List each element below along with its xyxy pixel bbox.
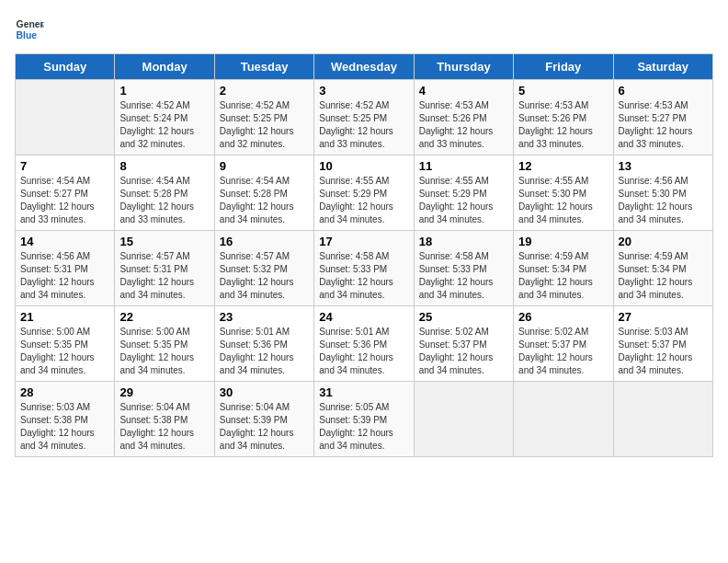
week-row-5: 28Sunrise: 5:03 AM Sunset: 5:38 PM Dayli… (16, 382, 713, 457)
header-day-tuesday: Tuesday (214, 54, 313, 80)
calendar-cell: 10Sunrise: 4:55 AM Sunset: 5:29 PM Dayli… (314, 155, 414, 231)
day-info: Sunrise: 5:05 AM Sunset: 5:39 PM Dayligh… (319, 401, 408, 453)
calendar-cell: 15Sunrise: 4:57 AM Sunset: 5:31 PM Dayli… (115, 231, 214, 306)
calendar-table: SundayMondayTuesdayWednesdayThursdayFrid… (15, 53, 713, 457)
calendar-cell: 21Sunrise: 5:00 AM Sunset: 5:35 PM Dayli… (16, 306, 115, 382)
day-info: Sunrise: 5:02 AM Sunset: 5:37 PM Dayligh… (518, 326, 608, 377)
calendar-cell: 26Sunrise: 5:02 AM Sunset: 5:37 PM Dayli… (514, 306, 613, 382)
week-row-3: 14Sunrise: 4:56 AM Sunset: 5:31 PM Dayli… (16, 231, 713, 306)
header-day-thursday: Thursday (414, 54, 513, 80)
day-info: Sunrise: 5:04 AM Sunset: 5:39 PM Dayligh… (220, 401, 309, 453)
calendar-cell: 4Sunrise: 4:53 AM Sunset: 5:26 PM Daylig… (414, 80, 513, 155)
calendar-cell: 12Sunrise: 4:55 AM Sunset: 5:30 PM Dayli… (514, 155, 613, 231)
day-number: 19 (518, 235, 608, 248)
day-info: Sunrise: 4:53 AM Sunset: 5:26 PM Dayligh… (518, 99, 608, 151)
day-info: Sunrise: 4:58 AM Sunset: 5:33 PM Dayligh… (319, 250, 408, 302)
day-info: Sunrise: 4:54 AM Sunset: 5:28 PM Dayligh… (119, 175, 209, 226)
day-info: Sunrise: 5:01 AM Sunset: 5:36 PM Dayligh… (319, 326, 408, 377)
day-number: 15 (119, 235, 209, 248)
calendar-cell: 20Sunrise: 4:59 AM Sunset: 5:34 PM Dayli… (613, 231, 712, 306)
calendar-cell: 29Sunrise: 5:04 AM Sunset: 5:38 PM Dayli… (115, 382, 214, 457)
day-number: 7 (20, 159, 109, 173)
week-row-2: 7Sunrise: 4:54 AM Sunset: 5:27 PM Daylig… (16, 155, 713, 231)
day-info: Sunrise: 4:59 AM Sunset: 5:34 PM Dayligh… (619, 250, 708, 302)
day-number: 26 (518, 310, 608, 324)
day-number: 14 (20, 235, 109, 248)
day-info: Sunrise: 4:55 AM Sunset: 5:29 PM Dayligh… (319, 175, 408, 226)
day-number: 23 (220, 310, 309, 324)
calendar-cell (16, 80, 115, 155)
day-number: 21 (20, 310, 109, 324)
day-info: Sunrise: 5:01 AM Sunset: 5:36 PM Dayligh… (220, 326, 309, 377)
header-day-wednesday: Wednesday (314, 54, 414, 80)
calendar-cell: 28Sunrise: 5:03 AM Sunset: 5:38 PM Dayli… (16, 382, 115, 457)
calendar-cell: 2Sunrise: 4:52 AM Sunset: 5:25 PM Daylig… (214, 80, 313, 155)
calendar-cell: 16Sunrise: 4:57 AM Sunset: 5:32 PM Dayli… (214, 231, 313, 306)
calendar-cell: 7Sunrise: 4:54 AM Sunset: 5:27 PM Daylig… (16, 155, 115, 231)
day-info: Sunrise: 4:57 AM Sunset: 5:32 PM Dayligh… (220, 250, 309, 302)
day-number: 3 (319, 84, 408, 98)
day-number: 27 (619, 310, 708, 324)
calendar-body: 1Sunrise: 4:52 AM Sunset: 5:24 PM Daylig… (16, 80, 713, 457)
calendar-cell: 30Sunrise: 5:04 AM Sunset: 5:39 PM Dayli… (214, 382, 313, 457)
calendar-cell: 31Sunrise: 5:05 AM Sunset: 5:39 PM Dayli… (314, 382, 414, 457)
day-number: 13 (619, 159, 708, 173)
day-number: 22 (119, 310, 209, 324)
day-info: Sunrise: 4:55 AM Sunset: 5:29 PM Dayligh… (419, 175, 508, 226)
day-number: 31 (319, 385, 408, 399)
day-number: 16 (220, 235, 309, 248)
day-info: Sunrise: 4:52 AM Sunset: 5:25 PM Dayligh… (319, 99, 408, 151)
header-day-monday: Monday (115, 54, 214, 80)
calendar-cell: 13Sunrise: 4:56 AM Sunset: 5:30 PM Dayli… (613, 155, 712, 231)
calendar-cell: 5Sunrise: 4:53 AM Sunset: 5:26 PM Daylig… (514, 80, 613, 155)
calendar-cell: 3Sunrise: 4:52 AM Sunset: 5:25 PM Daylig… (314, 80, 414, 155)
svg-text:Blue: Blue (17, 30, 38, 40)
day-info: Sunrise: 5:03 AM Sunset: 5:37 PM Dayligh… (619, 326, 708, 377)
day-info: Sunrise: 4:54 AM Sunset: 5:27 PM Dayligh… (20, 175, 109, 226)
day-info: Sunrise: 4:55 AM Sunset: 5:30 PM Dayligh… (518, 175, 608, 226)
calendar-cell: 11Sunrise: 4:55 AM Sunset: 5:29 PM Dayli… (414, 155, 513, 231)
svg-text:General: General (17, 19, 44, 29)
calendar-cell: 19Sunrise: 4:59 AM Sunset: 5:34 PM Dayli… (514, 231, 613, 306)
day-number: 4 (419, 84, 508, 98)
calendar-cell: 18Sunrise: 4:58 AM Sunset: 5:33 PM Dayli… (414, 231, 513, 306)
day-number: 20 (619, 235, 708, 248)
day-info: Sunrise: 4:52 AM Sunset: 5:24 PM Dayligh… (119, 99, 209, 151)
day-info: Sunrise: 4:56 AM Sunset: 5:30 PM Dayligh… (619, 175, 708, 226)
day-info: Sunrise: 5:00 AM Sunset: 5:35 PM Dayligh… (20, 326, 109, 377)
calendar-cell: 25Sunrise: 5:02 AM Sunset: 5:37 PM Dayli… (414, 306, 513, 382)
calendar-header: SundayMondayTuesdayWednesdayThursdayFrid… (16, 54, 713, 80)
calendar-cell (613, 382, 712, 457)
day-info: Sunrise: 5:02 AM Sunset: 5:37 PM Dayligh… (419, 326, 508, 377)
calendar-cell: 22Sunrise: 5:00 AM Sunset: 5:35 PM Dayli… (115, 306, 214, 382)
week-row-4: 21Sunrise: 5:00 AM Sunset: 5:35 PM Dayli… (16, 306, 713, 382)
header-day-friday: Friday (514, 54, 613, 80)
calendar-cell: 24Sunrise: 5:01 AM Sunset: 5:36 PM Dayli… (314, 306, 414, 382)
calendar-cell: 6Sunrise: 4:53 AM Sunset: 5:27 PM Daylig… (613, 80, 712, 155)
day-number: 30 (220, 385, 309, 399)
day-number: 24 (319, 310, 408, 324)
header-row: SundayMondayTuesdayWednesdayThursdayFrid… (16, 54, 713, 80)
day-info: Sunrise: 4:54 AM Sunset: 5:28 PM Dayligh… (220, 175, 309, 226)
day-info: Sunrise: 5:04 AM Sunset: 5:38 PM Dayligh… (119, 401, 209, 453)
day-info: Sunrise: 5:00 AM Sunset: 5:35 PM Dayligh… (119, 326, 209, 377)
day-number: 1 (119, 84, 209, 98)
logo-icon: General Blue (15, 15, 44, 44)
day-info: Sunrise: 4:56 AM Sunset: 5:31 PM Dayligh… (20, 250, 109, 302)
day-number: 2 (220, 84, 309, 98)
day-number: 17 (319, 235, 408, 248)
day-number: 29 (119, 385, 209, 399)
logo: General Blue (15, 15, 44, 44)
day-info: Sunrise: 4:58 AM Sunset: 5:33 PM Dayligh… (419, 250, 508, 302)
calendar-cell (414, 382, 513, 457)
day-info: Sunrise: 4:52 AM Sunset: 5:25 PM Dayligh… (220, 99, 309, 151)
day-number: 28 (20, 385, 109, 399)
week-row-1: 1Sunrise: 4:52 AM Sunset: 5:24 PM Daylig… (16, 80, 713, 155)
calendar-cell: 17Sunrise: 4:58 AM Sunset: 5:33 PM Dayli… (314, 231, 414, 306)
day-info: Sunrise: 4:53 AM Sunset: 5:27 PM Dayligh… (619, 99, 708, 151)
calendar-cell: 1Sunrise: 4:52 AM Sunset: 5:24 PM Daylig… (115, 80, 214, 155)
day-info: Sunrise: 5:03 AM Sunset: 5:38 PM Dayligh… (20, 401, 109, 453)
day-number: 5 (518, 84, 608, 98)
day-info: Sunrise: 4:59 AM Sunset: 5:34 PM Dayligh… (518, 250, 608, 302)
day-number: 18 (419, 235, 508, 248)
